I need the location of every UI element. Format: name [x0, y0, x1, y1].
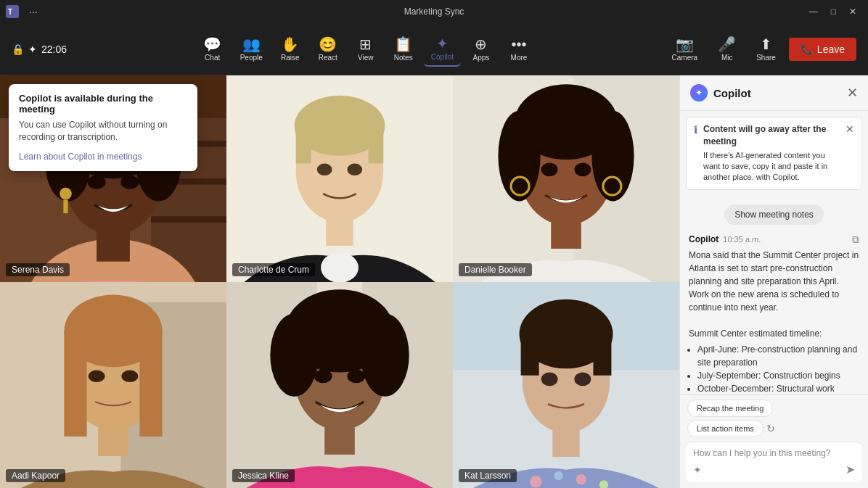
svg-rect-68 [552, 429, 579, 456]
leave-button[interactable]: 📞 Leave [789, 38, 856, 61]
mic-icon: 🎤 [718, 37, 736, 51]
mic-button[interactable]: 🎤 Mic [711, 33, 743, 66]
copilot-tooltip: Copilot is available during the meeting … [9, 84, 197, 171]
toolbar-right: 📷 Camera 🎤 Mic ⬆ Share 📞 Leave [665, 33, 856, 66]
svg-point-35 [591, 111, 634, 202]
video-charlotte [226, 75, 453, 282]
suggestions-area: Recap the meeting List action items ↻ [680, 394, 868, 442]
apps-button[interactable]: ⊕ Apps [464, 33, 499, 66]
suggestion-row-1: Recap the meeting [687, 400, 861, 417]
info-icon: ℹ [694, 124, 697, 136]
app-menu-button[interactable]: ··· [25, 4, 42, 19]
notice-content: Content will go away after the meeting I… [703, 123, 840, 183]
recap-meeting-button[interactable]: Recap the meeting [687, 400, 773, 417]
maximize-button[interactable]: □ [825, 4, 842, 20]
list-action-items-button[interactable]: List action items [687, 420, 763, 437]
panel-title: Copilot [713, 87, 751, 99]
refresh-suggestions-button[interactable]: ↻ [766, 423, 775, 434]
more-btn-wrapper: ••• More [501, 33, 536, 66]
copilot-message: Copilot 10:35 a.m. ⧉ Mona said that the … [689, 233, 859, 394]
video-cell-kat: Kat Larsson [453, 282, 679, 489]
svg-point-74 [574, 372, 591, 386]
security-icon: 🔒 [12, 44, 24, 55]
close-button[interactable]: ✕ [843, 4, 862, 20]
leave-icon: 📞 [801, 44, 813, 55]
svg-point-73 [541, 372, 558, 386]
input-placeholder: How can I help you in this meeting? [693, 448, 855, 458]
panel-close-button[interactable]: ✕ [847, 85, 858, 101]
bullet-2: July-September: Construction begins [697, 369, 859, 382]
message-bullets: April-June: Pre-construction planning an… [697, 343, 859, 394]
chat-btn-wrapper: 💬 Chat [195, 33, 230, 66]
sparkle-icon: ✦ [693, 464, 702, 476]
view-button[interactable]: ⊞ View [348, 33, 383, 66]
chat-button[interactable]: 💬 Chat [195, 33, 230, 66]
tooltip-title: Copilot is available during the meeting [19, 93, 187, 115]
meeting-time: 🔒 ✦ 22:06 [12, 44, 67, 55]
toolbar-center: 💬 Chat 👥 People ✋ Raise 😊 React ⊞ [195, 32, 536, 67]
svg-rect-36 [551, 223, 581, 249]
view-icon: ⊞ [359, 37, 372, 51]
apps-icon: ⊕ [475, 37, 487, 51]
message-text-2: Summit Center estimated timeline: [689, 327, 859, 340]
suggestion-row-2: List action items ↻ [687, 420, 861, 437]
copilot-logo-icon: ✦ [690, 84, 708, 102]
people-label: People [240, 54, 263, 62]
view-btn-wrapper: ⊞ View [348, 33, 383, 66]
chat-icon: 💬 [203, 37, 221, 51]
svg-rect-7 [151, 216, 226, 222]
camera-button[interactable]: 📷 Camera [665, 33, 705, 66]
window-title: Marketing Sync [404, 7, 464, 17]
svg-point-39 [541, 162, 558, 176]
leave-label: Leave [817, 44, 845, 55]
tooltip-link[interactable]: Learn about Copilot in meetings [19, 152, 142, 162]
svg-rect-15 [63, 199, 67, 213]
time-display: 22:06 [41, 44, 67, 55]
notes-label: Notes [394, 54, 413, 62]
svg-text:T: T [8, 8, 12, 16]
sender-time: 10:35 a.m. [723, 235, 761, 244]
notice-close-button[interactable]: ✕ [846, 123, 854, 135]
participant-name-serena: Serena Davis [6, 263, 70, 276]
more-button[interactable]: ••• More [501, 33, 536, 66]
people-button[interactable]: 👥 People [233, 33, 270, 66]
raise-button[interactable]: ✋ Raise [273, 33, 308, 66]
participant-name-danielle: Danielle Booker [459, 263, 532, 276]
share-label: Share [756, 54, 776, 62]
notes-button[interactable]: 📋 Notes [386, 33, 421, 66]
teams-logo-icon: T [6, 5, 19, 18]
minimize-button[interactable]: — [803, 4, 824, 20]
svg-point-26 [321, 252, 359, 281]
raise-icon: ✋ [281, 37, 299, 51]
svg-point-40 [574, 162, 591, 176]
share-button[interactable]: ⬆ Share [749, 33, 783, 66]
react-button[interactable]: 😊 React [311, 33, 345, 66]
copilot-btn-wrapper: ✦ Copilot [424, 32, 461, 67]
copy-message-button[interactable]: ⧉ [852, 233, 859, 246]
title-bar: T ··· Marketing Sync — □ ✕ [0, 0, 868, 23]
send-button[interactable]: ➤ [846, 463, 855, 476]
svg-rect-46 [64, 331, 86, 437]
video-cell-danielle: Danielle Booker [453, 75, 679, 282]
svg-point-69 [530, 476, 542, 488]
svg-rect-58 [324, 427, 355, 454]
message-sender-row: Copilot 10:35 a.m. ⧉ [689, 233, 859, 246]
svg-rect-47 [139, 331, 162, 437]
svg-point-34 [498, 111, 540, 202]
svg-point-28 [347, 163, 362, 175]
copilot-button[interactable]: ✦ Copilot [424, 32, 461, 67]
more-label: More [511, 54, 528, 62]
copilot-label: Copilot [431, 53, 454, 61]
toolbar-left: 🔒 ✦ 22:06 [12, 44, 67, 55]
more-icon: ••• [511, 37, 526, 51]
video-cell-charlotte: Charlotte de Crum [226, 75, 453, 282]
sender-name: Copilot [689, 234, 718, 244]
bullet-3: October-December: Structural work [697, 382, 859, 394]
participant-name-aadi: Aadi Kapoor [6, 469, 65, 482]
copilot-icon: ✦ [436, 36, 449, 51]
show-meeting-notes-button[interactable]: Show meeting notes [724, 204, 824, 225]
svg-rect-25 [326, 219, 353, 245]
notice-body: If there's AI-generated content you want… [703, 151, 827, 182]
panel-header-left: ✦ Copilot [690, 84, 751, 102]
svg-point-57 [361, 313, 409, 396]
